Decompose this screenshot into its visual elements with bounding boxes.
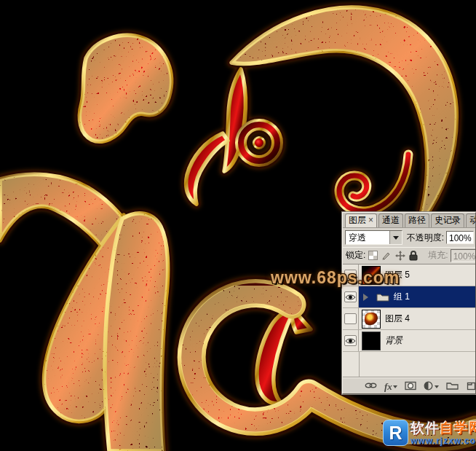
logo-brand-part2: 自学网 <box>440 420 476 436</box>
layer-name: 图层 4 <box>385 313 410 325</box>
eye-icon <box>345 294 356 301</box>
tab-paths[interactable]: 路径 <box>405 213 429 227</box>
photoshop-canvas-screenshot: www.68ps.com 图层× 通道 路径 史记录 动作 穿透 不透明度: 1… <box>0 0 476 451</box>
layer-name: 组 1 <box>394 291 410 303</box>
new-group-icon[interactable] <box>446 381 459 390</box>
panel-tabbar: 图层× 通道 路径 史记录 动作 <box>343 213 475 228</box>
close-icon[interactable]: × <box>368 215 373 225</box>
logo-brand: 软件自学网 <box>410 421 476 435</box>
lock-all-icon[interactable] <box>409 251 418 261</box>
panel-bottom-bar: fx <box>343 377 475 393</box>
layer-name: 背景 <box>385 334 402 347</box>
blend-mode-row: 穿透 不透明度: 100% <box>343 228 475 247</box>
logo-url: www.rjzxw.com <box>410 436 476 445</box>
visibility-toggle[interactable] <box>343 330 359 351</box>
chevron-down-icon[interactable] <box>389 231 402 244</box>
tab-actions[interactable]: 动作 <box>466 213 475 227</box>
expand-triangle-icon[interactable] <box>363 294 372 301</box>
lock-paint-icon[interactable] <box>381 251 392 260</box>
visibility-toggle[interactable] <box>343 286 359 307</box>
opacity-input[interactable]: 100% <box>446 231 474 244</box>
tab-history[interactable]: 史记录 <box>431 213 464 227</box>
opacity-label: 不透明度: <box>407 232 444 244</box>
lock-position-icon[interactable] <box>395 251 405 261</box>
layers-panel: 图层× 通道 路径 史记录 动作 穿透 不透明度: 100% 锁定: 填充: <box>342 212 476 394</box>
site-logo: R 软件自学网 www.rjzxw.com <box>383 420 476 446</box>
layer-row-group1[interactable]: 组 1 <box>343 286 475 308</box>
layer-mask-icon[interactable] <box>405 381 416 391</box>
new-layer-icon[interactable] <box>466 381 476 391</box>
layer-row-layer4[interactable]: 图层 4 <box>343 308 475 330</box>
blend-mode-value: 穿透 <box>346 232 389 244</box>
layer4-thumbnail <box>362 310 381 329</box>
logo-icon: R <box>383 420 408 446</box>
visibility-toggle[interactable] <box>343 308 359 329</box>
logo-brand-part1: 软件 <box>410 420 440 436</box>
tab-layers-label: 图层 <box>349 215 366 225</box>
lock-row: 锁定: 填充: 100% <box>343 247 475 264</box>
fill-input[interactable]: 100% <box>451 249 476 262</box>
lock-transparency-icon[interactable] <box>368 251 378 260</box>
layer-row-background[interactable]: 背景 <box>343 330 475 352</box>
eye-icon <box>345 337 356 345</box>
tab-channels[interactable]: 通道 <box>378 213 403 227</box>
adjustment-layer-icon[interactable] <box>424 380 439 391</box>
background-thumbnail <box>362 332 381 350</box>
tab-layers[interactable]: 图层× <box>345 213 377 227</box>
layer-style-icon[interactable]: fx <box>384 381 397 391</box>
group-folder-icon <box>376 292 389 302</box>
lock-label: 锁定: <box>346 249 365 262</box>
link-layers-icon[interactable] <box>365 381 377 390</box>
fill-label: 填充: <box>428 249 448 262</box>
blend-mode-select[interactable]: 穿透 <box>345 230 402 245</box>
watermark-text: www.68ps.com <box>271 268 400 288</box>
